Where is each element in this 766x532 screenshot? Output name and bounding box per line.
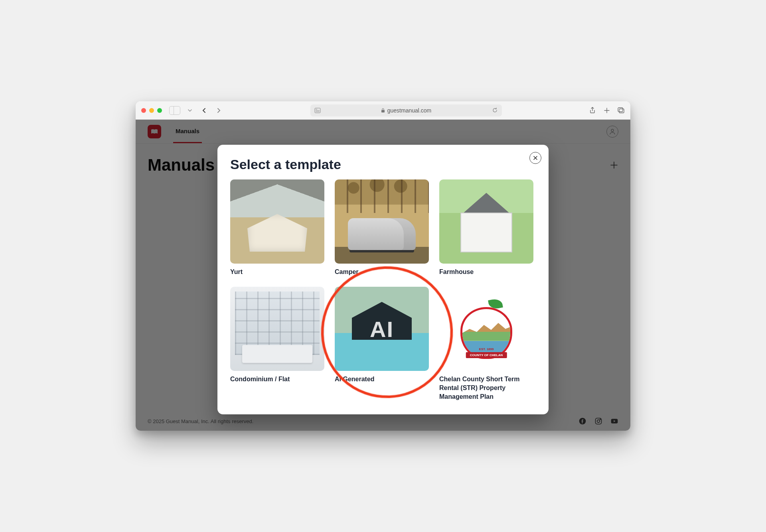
url-text: guestmanual.com: [387, 107, 432, 114]
svg-point-8: [611, 129, 614, 132]
app-logo[interactable]: [148, 125, 161, 138]
template-card-farmhouse[interactable]: Farmhouse: [439, 179, 533, 276]
template-thumb: [335, 179, 429, 264]
instagram-icon[interactable]: [594, 417, 602, 425]
chelan-apple-badge: EST. 1899 COUNTY OF CHELAN: [458, 299, 514, 359]
address-bar-container: guestmanual.com: [228, 104, 584, 116]
template-label: Farmhouse: [439, 268, 533, 276]
social-links: [578, 417, 618, 425]
template-thumb: EST. 1899 COUNTY OF CHELAN: [439, 287, 533, 371]
reader-icon[interactable]: [314, 108, 321, 113]
template-label: Condominium / Flat: [230, 375, 324, 384]
minimize-window-button[interactable]: [149, 108, 154, 113]
browser-window: guestmanual.com Manuals: [136, 101, 630, 431]
template-thumb: [230, 287, 324, 371]
template-modal: Select a template Yurt Camper Farmhouse …: [217, 145, 549, 414]
account-avatar[interactable]: [606, 126, 618, 138]
add-manual-button[interactable]: [610, 161, 618, 169]
ai-overlay-text: AI: [370, 316, 394, 342]
modal-close-button[interactable]: [529, 152, 541, 164]
app-nav: Manuals: [136, 120, 630, 144]
page-title: Manuals: [148, 156, 215, 175]
browser-toolbar: guestmanual.com: [136, 101, 630, 120]
chelan-est-text: EST. 1899: [479, 347, 494, 351]
nav-tabs: Manuals: [173, 120, 202, 143]
modal-title: Select a template: [230, 157, 536, 172]
browser-actions: [589, 107, 625, 114]
dropdown-icon[interactable]: [185, 106, 195, 115]
share-icon[interactable]: [589, 107, 596, 114]
nav-tab-manuals[interactable]: Manuals: [173, 120, 202, 143]
chelan-banner-text: COUNTY OF CHELAN: [466, 352, 507, 358]
footer: © 2025 Guest Manual, Inc. All rights res…: [148, 417, 618, 425]
template-thumb: AI: [335, 287, 429, 371]
new-tab-icon[interactable]: [603, 107, 610, 114]
footer-copyright: © 2025 Guest Manual, Inc. All rights res…: [148, 418, 253, 424]
template-thumb: [439, 179, 533, 264]
window-controls: [141, 108, 162, 113]
close-window-button[interactable]: [141, 108, 146, 113]
sidebar-toggle-button[interactable]: [169, 106, 180, 115]
template-grid: Yurt Camper Farmhouse Condominium / Flat: [230, 179, 536, 401]
template-card-chelan[interactable]: EST. 1899 COUNTY OF CHELAN Chelan County…: [439, 287, 533, 401]
facebook-icon[interactable]: [578, 417, 586, 425]
svg-point-10: [597, 420, 600, 423]
template-label: AI Generated: [335, 375, 429, 384]
lock-icon: [381, 108, 385, 113]
youtube-icon[interactable]: [610, 417, 618, 425]
template-label: Camper: [335, 268, 429, 276]
maximize-window-button[interactable]: [157, 108, 162, 113]
svg-rect-7: [618, 108, 623, 112]
template-card-condo[interactable]: Condominium / Flat: [230, 287, 324, 401]
template-label: Chelan County Short Term Rental (STR) Pr…: [439, 375, 533, 401]
svg-rect-5: [381, 110, 385, 112]
template-label: Yurt: [230, 268, 324, 276]
back-button[interactable]: [199, 106, 209, 115]
tabs-icon[interactable]: [618, 107, 625, 114]
address-bar[interactable]: guestmanual.com: [310, 104, 502, 116]
template-card-ai-generated[interactable]: AI AI Generated: [335, 287, 429, 401]
page: Manuals Manuals © 2025 Guest Manual, Inc…: [136, 120, 630, 431]
template-card-camper[interactable]: Camper: [335, 179, 429, 276]
refresh-icon[interactable]: [492, 107, 498, 113]
forward-button[interactable]: [214, 106, 223, 115]
template-card-yurt[interactable]: Yurt: [230, 179, 324, 276]
template-thumb: [230, 179, 324, 264]
svg-point-11: [600, 419, 601, 420]
